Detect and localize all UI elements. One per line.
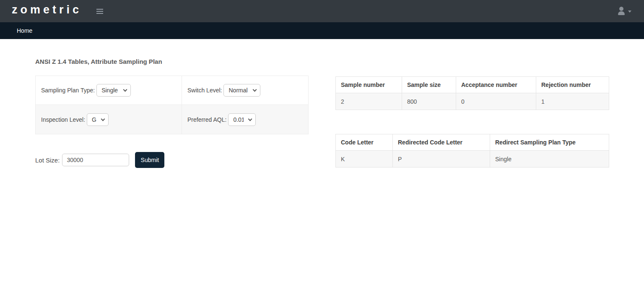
col-sample-size: Sample size: [402, 77, 456, 93]
table-row: K P Single: [336, 151, 609, 168]
col-redirect-sampling-plan-type: Redirect Sampling Plan Type: [490, 134, 609, 151]
rejection-number-value: 1: [536, 93, 609, 110]
form-cell-preferred-aql: Preferred AQL: 0.015: [182, 105, 308, 134]
table-row: 2 800 0 1: [336, 93, 609, 110]
acceptance-number-value: 0: [456, 93, 536, 110]
lot-size-row: Lot Size: Submit: [35, 152, 164, 168]
form-cell-sampling-plan-type: Sampling Plan Type: Single: [36, 76, 182, 105]
lot-size-label: Lot Size:: [35, 157, 60, 164]
menu-icon[interactable]: [96, 7, 105, 16]
redirect-sampling-plan-type-value: Single: [490, 151, 609, 168]
nav-item-home[interactable]: Home: [17, 22, 32, 39]
results-table: Sample number Sample size Acceptance num…: [335, 76, 609, 110]
page-title: ANSI Z 1.4 Tables, Attribute Sampling Pl…: [35, 58, 162, 65]
caret-down-icon: [628, 10, 631, 13]
redirected-code-letter-value: P: [393, 151, 490, 168]
sampling-plan-form: Sampling Plan Type: Single Switch Level:…: [35, 76, 309, 134]
submit-button[interactable]: Submit: [135, 152, 164, 168]
preferred-aql-select[interactable]: 0.015: [228, 113, 256, 126]
sampling-plan-type-select[interactable]: Single: [96, 84, 131, 97]
col-acceptance-number: Acceptance number: [456, 77, 536, 93]
brand-logo[interactable]: zometric: [12, 3, 82, 16]
table-header-row: Sample number Sample size Acceptance num…: [336, 77, 609, 93]
inspection-level-select[interactable]: G1: [87, 113, 109, 126]
page: zometric Home ANSI Z 1.4 Tables, Attribu…: [0, 0, 644, 296]
sampling-plan-type-label: Sampling Plan Type:: [41, 87, 95, 94]
user-menu[interactable]: [617, 5, 631, 16]
lot-size-input[interactable]: [62, 154, 129, 166]
preferred-aql-label: Preferred AQL:: [187, 116, 226, 123]
sample-number-value: 2: [336, 93, 402, 110]
sample-size-value: 800: [402, 93, 456, 110]
switch-level-select[interactable]: Normal: [223, 84, 260, 97]
user-icon: [617, 5, 626, 16]
col-code-letter: Code Letter: [336, 134, 393, 151]
switch-level-label: Switch Level:: [187, 87, 222, 94]
col-redirected-code-letter: Redirected Code Letter: [393, 134, 490, 151]
col-sample-number: Sample number: [336, 77, 402, 93]
form-cell-switch-level: Switch Level: Normal: [182, 76, 308, 105]
code-letter-table: Code Letter Redirected Code Letter Redir…: [335, 134, 609, 168]
top-header: zometric: [0, 0, 644, 22]
code-letter-value: K: [336, 151, 393, 168]
col-rejection-number: Rejection number: [536, 77, 609, 93]
inspection-level-label: Inspection Level:: [41, 116, 85, 123]
navbar: Home: [0, 22, 644, 39]
table-header-row: Code Letter Redirected Code Letter Redir…: [336, 134, 609, 151]
form-cell-inspection-level: Inspection Level: G1: [36, 105, 182, 134]
